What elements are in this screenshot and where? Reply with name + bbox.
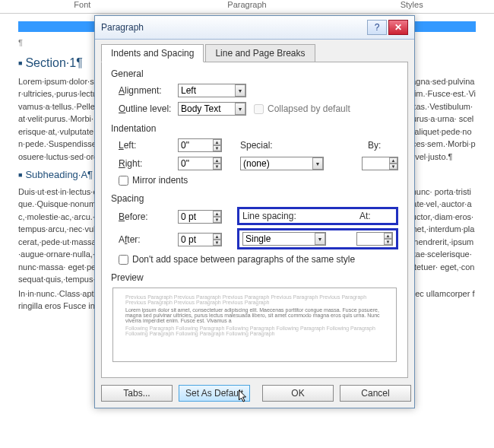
label-special: Special: [240,140,304,151]
group-indentation: Indentation Left: ▲▼ Special: By: Right:… [111,123,398,186]
spinner-icon[interactable]: ▲▼ [389,157,397,170]
label-left-indent: Left: [111,140,178,151]
spinner-icon[interactable]: ▲▼ [213,139,221,151]
label-after: After: [111,234,178,245]
cancel-button[interactable]: Cancel [340,385,411,402]
spinner-icon[interactable]: ▲▼ [213,211,221,223]
tabs-button[interactable]: Tabs... [101,385,173,402]
dialog-title: Paragraph [101,22,366,33]
ok-button[interactable]: OK [262,385,334,402]
spinner-icon[interactable]: ▲▼ [213,234,221,246]
line-spacing-dropdown[interactable] [242,232,326,246]
group-title-spacing: Spacing [111,193,398,204]
help-button[interactable]: ? [367,20,387,35]
ribbon-group-font: Font [0,0,165,14]
chevron-down-icon[interactable]: ▼ [315,233,325,245]
label-right-indent: Right: [111,158,178,169]
group-preview: Preview Previous Paragraph Previous Para… [111,272,398,362]
label-alignment: Alignment: [111,85,178,96]
tab-line-page-breaks[interactable]: Line and Page Breaks [205,44,315,62]
dialog-tabs: Indents and Spacing Line and Page Breaks [95,40,414,62]
no-space-same-style-input[interactable] [119,255,128,265]
preview-box: Previous Paragraph Previous Paragraph Pr… [112,288,397,362]
spinner-icon[interactable]: ▲▼ [213,157,221,170]
label-by: By: [368,140,398,151]
spinner-icon[interactable]: ▲▼ [384,233,392,245]
special-dropdown[interactable] [240,157,324,170]
collapsed-checkbox: Collapsed by default [246,103,350,114]
set-as-default-button[interactable]: Set As Default [179,385,250,402]
chevron-down-icon[interactable]: ▼ [312,157,323,170]
group-title-indentation: Indentation [111,123,398,134]
chevron-down-icon[interactable]: ▼ [235,103,245,115]
tab-indents-spacing[interactable]: Indents and Spacing [101,44,204,62]
ribbon-group-styles: Styles [329,0,494,14]
no-space-same-style-checkbox[interactable]: Don't add space between paragraphs of th… [111,254,398,265]
group-spacing: Spacing Before: ▲▼ Line spacing: At: Aft… [111,193,398,265]
close-button[interactable]: ✕ [388,20,408,35]
label-at: At: [359,211,393,221]
mirror-indents-checkbox[interactable]: Mirror indents [111,175,398,186]
label-before: Before: [111,211,178,222]
chevron-down-icon[interactable]: ▼ [235,84,245,97]
preview-following: Following Paragraph Following Paragraph … [125,326,384,336]
group-title-general: General [111,68,398,79]
group-title-preview: Preview [111,272,398,283]
collapsed-checkbox-input [254,104,264,114]
mirror-indents-input[interactable] [119,176,128,186]
tab-panel: General Alignment: ▼ Outline level: ▼ Co… [101,62,408,378]
ribbon-group-paragraph: Paragraph [165,0,330,14]
preview-previous: Previous Paragraph Previous Paragraph Pr… [125,294,384,305]
label-outline-level: Outline level: [111,103,178,114]
dialog-buttons: Tabs... Set As Default OK Cancel [95,385,414,408]
label-line-spacing: Line spacing: [242,211,311,221]
paragraph-dialog: Paragraph ? ✕ Indents and Spacing Line a… [94,15,415,408]
preview-current: Lorem ipsum dolor sit amet, consectetuer… [125,307,384,323]
group-general: General Alignment: ▼ Outline level: ▼ Co… [111,68,398,116]
ribbon-group-labels: Font Paragraph Styles [0,0,494,14]
dialog-titlebar[interactable]: Paragraph ? ✕ [95,16,414,40]
